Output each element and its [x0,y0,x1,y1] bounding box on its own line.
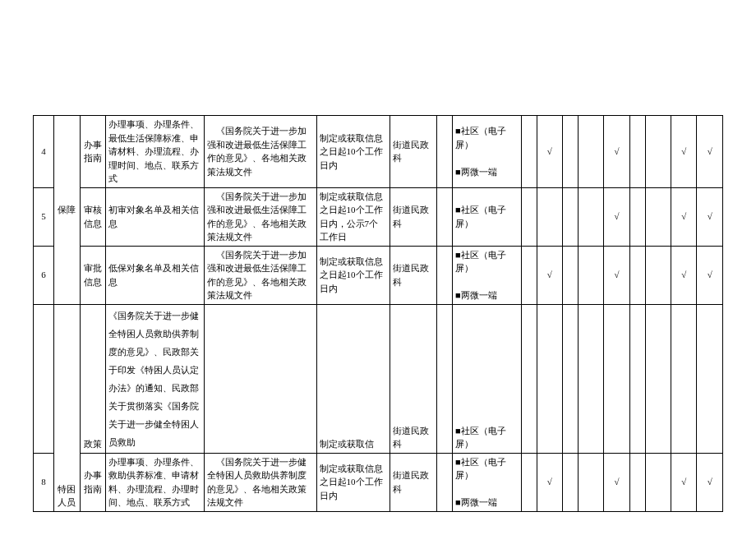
row-num: 4 [34,116,54,188]
row-num: 8 [34,453,54,511]
check-cell: √ [537,246,562,304]
time-cell: 制定或获取信息之日起10个工作日内 [316,116,390,188]
type-cell: 办事指南 [80,116,105,188]
check-cell [537,304,562,453]
check-cell [671,304,697,453]
check-cell: √ [537,116,562,188]
basis-cell: 《国务院关于进一步加强和改进最低生活保障工作的意见》、各地相关政策法规文件 [205,187,316,246]
check-cell [645,116,671,188]
blank-cell [437,187,453,246]
row-num: 6 [34,246,54,304]
check-cell: √ [604,453,629,511]
disclosure-table: 4 保障 办事指南 办理事项、办理条件、最低生活保障标准、申请材料、办理流程、办… [33,115,723,512]
table-row: 4 保障 办事指南 办理事项、办理条件、最低生活保障标准、申请材料、办理流程、办… [34,116,723,188]
content-cell: 《国务院关于进一步健全特困人员救助供养制度的意见》、民政部关于印发《特困人员认定… [105,304,204,453]
check-cell [537,187,562,246]
check-cell [697,304,723,453]
channel-line: ■社区（电子屏） [455,455,519,482]
time-cell: 制定或获取信 [316,304,390,453]
blank-cell [629,304,645,453]
table-row: 5 审核信息 初审对象名单及相关信息 《国务院关于进一步加强和改进最低生活保障工… [34,187,723,246]
channel-line: ■两微一端 [455,496,519,510]
dept-cell: 街道民政科 [390,246,437,304]
channel-cell: ■社区（电子屏） ■两微一端 [453,246,522,304]
channel-line: ■两微一端 [455,165,519,179]
check-cell: √ [697,453,723,511]
basis-cell: 《国务院关于进一步加强和改进最低生活保障工作的意见》、各地相关政策法规文件 [205,116,316,188]
check-cell [578,453,603,511]
check-cell: √ [671,246,697,304]
channel-line: ■社区（电子屏） [455,124,519,151]
blank-cell [629,246,645,304]
time-cell: 制定或获取信息之日起10个工作日内 [316,246,390,304]
channel-cell: ■社区（电子屏） [453,304,522,453]
row-num [34,304,54,453]
check-cell: √ [671,116,697,188]
channel-cell: ■社区（电子屏） ■两微一端 [453,453,522,511]
content-cell: 初审对象名单及相关信息 [105,187,204,246]
basis-cell [205,304,316,453]
time-cell: 制定或获取信息之日起10个工作日内 [316,453,390,511]
dept-cell: 街道民政科 [390,187,437,246]
check-cell [645,246,671,304]
channel-cell: ■社区（电子屏） [453,187,522,246]
check-cell [645,187,671,246]
blank-cell [563,304,579,453]
category-cell: 保障 [54,116,80,305]
check-cell [578,187,603,246]
blank-cell [521,246,537,304]
blank-cell [629,187,645,246]
check-cell: √ [604,246,629,304]
table-row: 8 办事指南 办理事项、办理条件、救助供养标准、申请材料、办理流程、办理时间、地… [34,453,723,511]
check-cell: √ [604,187,629,246]
blank-cell [521,304,537,453]
blank-cell [563,246,579,304]
check-cell [578,246,603,304]
channel-line: ■两微一端 [455,288,519,302]
check-cell: √ [697,187,723,246]
check-cell: √ [671,187,697,246]
row-num: 5 [34,187,54,246]
blank-cell [521,116,537,188]
dept-cell: 街道民政科 [390,116,437,188]
blank-cell [437,453,453,511]
check-cell: √ [671,453,697,511]
type-cell: 审核信息 [80,187,105,246]
content-cell: 办理事项、办理条件、救助供养标准、申请材料、办理流程、办理时间、地点、联系方式 [105,453,204,511]
check-cell: √ [604,116,629,188]
blank-cell [437,116,453,188]
channel-line: ■社区（电子屏） [455,248,519,275]
table-row: 6 审批信息 低保对象名单及相关信息 《国务院关于进一步加强和改进最低生活保障工… [34,246,723,304]
check-cell [645,453,671,511]
type-cell: 政策 [80,304,105,453]
table-row: 特困人员 政策 《国务院关于进一步健全特困人员救助供养制度的意见》、民政部关于印… [34,304,723,453]
check-cell: √ [697,116,723,188]
content-cell: 办理事项、办理条件、最低生活保障标准、申请材料、办理流程、办理时间、地点、联系方… [105,116,204,188]
blank-cell [563,187,579,246]
time-cell: 制定或获取信息之日起10个工作日内，公示7个工作日 [316,187,390,246]
blank-cell [437,246,453,304]
check-cell [604,304,629,453]
blank-cell [629,453,645,511]
blank-cell [629,116,645,188]
content-cell: 低保对象名单及相关信息 [105,246,204,304]
check-cell: √ [697,246,723,304]
check-cell [645,304,671,453]
category-cell: 特困人员 [54,304,80,511]
check-cell [578,304,603,453]
blank-cell [563,116,579,188]
blank-cell [563,453,579,511]
dept-cell: 街道民政科 [390,304,437,453]
blank-cell [437,304,453,453]
blank-cell [521,453,537,511]
dept-cell: 街道民政科 [390,453,437,511]
check-cell: √ [537,453,562,511]
basis-cell: 《国务院关于进一步健全特困人员救助供养制度的意见》、各地相关政策法规文件 [205,453,316,511]
type-cell: 审批信息 [80,246,105,304]
check-cell [578,116,603,188]
type-cell: 办事指南 [80,453,105,511]
channel-cell: ■社区（电子屏） ■两微一端 [453,116,522,188]
blank-cell [521,187,537,246]
basis-cell: 《国务院关于进一步加强和改进最低生活保障工作的意见》、各地相关政策法规文件 [205,246,316,304]
